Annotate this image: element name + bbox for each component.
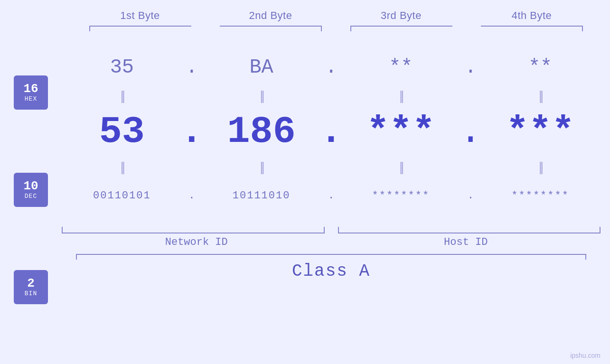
- equals-cell-2: ||: [201, 88, 322, 103]
- equals-7: ||: [399, 159, 403, 175]
- bin-cell-2: 10111010: [201, 190, 322, 202]
- class-bracket-left: [76, 254, 77, 260]
- class-label: Class A: [292, 261, 370, 281]
- hex-cell-2: BA: [201, 56, 322, 79]
- hex-row: 35 . BA . ** . **: [62, 48, 601, 86]
- bin-row: 00110101 . 10111010 . ******** .: [62, 177, 601, 215]
- dec-badge-label: DEC: [25, 193, 37, 200]
- dec-cell-4: ***: [480, 110, 601, 153]
- dec-badge-num: 10: [23, 179, 38, 193]
- hex-value-3: **: [389, 56, 413, 79]
- network-bracket-right-end: [324, 227, 325, 233]
- equals-2: ||: [260, 88, 263, 103]
- class-label-wrapper: Class A: [62, 254, 601, 286]
- hex-value-4: **: [528, 56, 552, 79]
- hex-value-2: BA: [249, 56, 273, 79]
- col-header-1: 1st Byte: [75, 9, 206, 22]
- hex-badge: 16 HEX: [14, 75, 48, 110]
- equals-4: ||: [539, 88, 542, 103]
- bin-value-3: ********: [372, 190, 430, 202]
- dec-value-1: 53: [99, 110, 145, 153]
- host-bracket-right: [338, 227, 601, 233]
- dec-dot-1: .: [182, 110, 201, 153]
- dec-cell-2: 186: [201, 110, 322, 153]
- equals-6: ||: [260, 159, 263, 175]
- bin-cell-3: ********: [341, 190, 461, 202]
- hex-badge-label: HEX: [25, 95, 37, 103]
- main-container: 1st Byte 2nd Byte 3rd Byte 4th Byte 16 H…: [0, 0, 610, 364]
- class-row-container: Class A: [62, 254, 601, 286]
- bracket-1: [75, 26, 206, 34]
- equals-cell-5: ||: [62, 159, 182, 175]
- bin-value-4: ********: [511, 190, 569, 202]
- equals-5: ||: [121, 159, 124, 175]
- hex-cell-3: **: [341, 56, 461, 79]
- content-area: 16 HEX 10 DEC 2 BIN 35 .: [0, 44, 610, 364]
- equals-1: ||: [121, 88, 124, 103]
- network-bracket-left: [62, 227, 324, 233]
- data-columns: 35 . BA . ** . **: [62, 44, 601, 364]
- equals-row-1: || || || ||: [62, 86, 601, 105]
- host-bracket-left-end: [338, 227, 339, 233]
- bin-value-1: 00110101: [93, 190, 151, 202]
- equals-cell-1: ||: [62, 88, 182, 103]
- equals-cell-7: ||: [341, 159, 461, 175]
- equals-cell-3: ||: [341, 88, 461, 103]
- hex-value-1: 35: [110, 56, 134, 79]
- bin-dot-2: .: [322, 190, 341, 202]
- badges-column: 16 HEX 10 DEC 2 BIN: [0, 44, 62, 364]
- equals-cell-6: ||: [201, 159, 322, 175]
- bin-dot-3: .: [461, 190, 480, 202]
- bin-badge-label: BIN: [25, 290, 37, 297]
- class-bracket-right: [585, 254, 586, 260]
- host-id-label: Host ID: [331, 236, 601, 248]
- dec-value-3: ***: [366, 110, 435, 153]
- dec-value-2: 186: [227, 110, 296, 153]
- equals-cell-4: ||: [480, 88, 601, 103]
- hex-cell-4: **: [480, 56, 601, 79]
- bin-dot-1: .: [182, 190, 201, 202]
- dec-dot-2: .: [322, 110, 341, 153]
- id-labels-row: Network ID Host ID: [62, 236, 601, 248]
- bracket-4: [467, 26, 597, 34]
- bottom-brackets-container: [62, 219, 601, 233]
- hex-badge-num: 16: [23, 82, 38, 96]
- col-header-2: 2nd Byte: [206, 9, 336, 22]
- bin-value-2: 10111010: [233, 190, 291, 202]
- watermark: ipshu.com: [570, 352, 601, 359]
- bin-cell-4: ********: [480, 190, 601, 202]
- col-header-4: 4th Byte: [467, 9, 597, 22]
- equals-8: ||: [539, 159, 542, 175]
- dec-cell-1: 53: [62, 110, 182, 153]
- dec-dot-3: .: [461, 110, 480, 153]
- equals-3: ||: [399, 88, 403, 103]
- dec-value-4: ***: [506, 110, 574, 153]
- hex-dot-2: .: [322, 56, 341, 79]
- hex-cell-1: 35: [62, 56, 182, 79]
- column-headers: 1st Byte 2nd Byte 3rd Byte 4th Byte: [75, 9, 597, 22]
- dec-badge: 10 DEC: [14, 173, 48, 207]
- hex-dot-1: .: [182, 56, 201, 79]
- col-header-3: 3rd Byte: [336, 9, 467, 22]
- bin-badge-num: 2: [27, 277, 35, 290]
- network-id-label: Network ID: [62, 236, 331, 248]
- bracket-2: [206, 26, 336, 34]
- equals-cell-8: ||: [480, 159, 601, 175]
- top-brackets: [75, 26, 597, 34]
- bracket-3: [336, 26, 467, 34]
- equals-row-2: || || || ||: [62, 158, 601, 177]
- hex-dot-3: .: [461, 56, 480, 79]
- dec-row: 53 . 186 . *** . ***: [62, 105, 601, 158]
- dec-cell-3: ***: [341, 110, 461, 153]
- class-bracket-top: [76, 254, 586, 255]
- bin-cell-1: 00110101: [62, 190, 182, 202]
- bin-badge: 2 BIN: [14, 270, 48, 304]
